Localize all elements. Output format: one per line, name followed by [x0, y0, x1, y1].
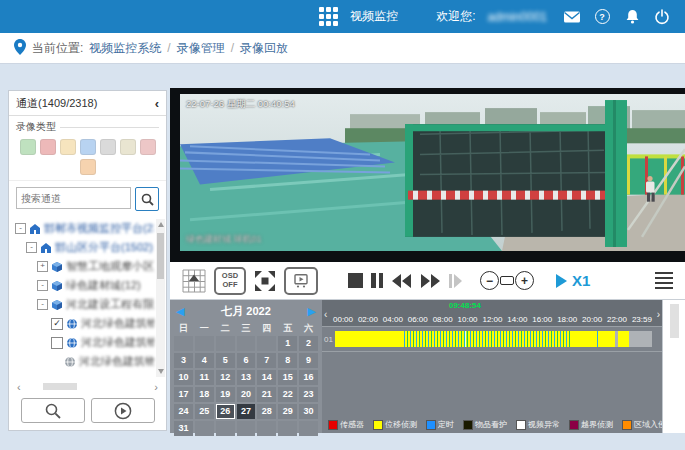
calendar-day-selected[interactable]: 26 [216, 404, 235, 419]
calendar-day[interactable]: 12 [216, 370, 235, 385]
osd-toggle-button[interactable]: OSD OFF [214, 267, 246, 295]
stop-button[interactable] [348, 273, 363, 288]
calendar-day[interactable]: 23 [299, 387, 318, 402]
calendar-day[interactable]: 9 [299, 353, 318, 368]
channel-checkbox-unchecked[interactable] [51, 337, 63, 349]
timeline-scrollbar-thumb[interactable] [670, 304, 679, 338]
fullscreen-icon[interactable] [254, 270, 276, 292]
timeline-recording-segment[interactable] [595, 331, 599, 347]
record-type-icon-2[interactable] [40, 139, 56, 155]
record-type-icon-6[interactable] [120, 139, 136, 155]
calendar-day[interactable]: 15 [278, 370, 297, 385]
tree-node[interactable]: - 绿色建材城(12) [15, 276, 154, 295]
calendar-day[interactable]: 5 [216, 353, 235, 368]
calendar-day[interactable]: 17 [174, 387, 193, 402]
tree-hscrollbar[interactable]: ‹ › [9, 379, 166, 394]
timeline-next-icon[interactable]: › [657, 309, 660, 320]
fast-forward-button[interactable] [420, 273, 441, 289]
tree-node[interactable]: - 河北建设工程有限公 [15, 295, 154, 314]
collapse-panel-icon[interactable]: ‹ [155, 96, 159, 111]
tree-node-channel[interactable]: ✓ 河北绿色建筑物流 [15, 314, 154, 333]
expander-icon[interactable]: - [26, 242, 37, 253]
expander-icon[interactable]: - [37, 280, 48, 291]
record-type-icon-3[interactable] [60, 139, 76, 155]
tree-scrollbar[interactable] [156, 219, 165, 377]
breadcrumb-item-playback[interactable]: 录像回放 [240, 40, 288, 57]
channel-checkbox-checked[interactable]: ✓ [51, 318, 63, 330]
calendar-day[interactable]: 28 [257, 404, 276, 419]
screen-layout-icon[interactable] [182, 269, 206, 293]
speed-minus-button[interactable]: − [480, 271, 499, 290]
calendar-day[interactable]: 24 [174, 404, 193, 419]
bell-icon[interactable] [623, 8, 641, 26]
record-type-icon-1[interactable] [20, 139, 36, 155]
apps-grid-icon[interactable] [319, 7, 338, 26]
breadcrumb-item-system[interactable]: 视频监控系统 [89, 40, 161, 57]
calendar-day[interactable]: 29 [278, 404, 297, 419]
prev-month-icon[interactable]: ◀ [174, 305, 186, 318]
play-speed-indicator[interactable]: X1 [556, 272, 590, 289]
frame-step-button[interactable] [449, 273, 462, 289]
scroll-thumb[interactable] [157, 233, 164, 279]
tree-node[interactable]: - 邯山区分平台(1502) [15, 238, 154, 257]
expander-icon[interactable]: + [37, 261, 48, 272]
calendar-day[interactable]: 13 [237, 370, 256, 385]
scroll-left-icon[interactable]: ‹ [17, 381, 21, 393]
calendar-day[interactable]: 14 [257, 370, 276, 385]
record-type-icon-8[interactable] [80, 159, 96, 175]
calendar-day[interactable]: 19 [216, 387, 235, 402]
record-type-icon-5[interactable] [100, 139, 116, 155]
record-type-icon-4[interactable] [80, 139, 96, 155]
timeline-playhead[interactable] [465, 331, 467, 347]
calendar-day[interactable]: 21 [257, 387, 276, 402]
scroll-up-icon[interactable] [158, 222, 164, 227]
calendar-day[interactable]: 16 [299, 370, 318, 385]
video-player[interactable]: 22-07-26 星期二 00:40:54 绿色建材城 球机01 [170, 88, 685, 262]
calendar-day[interactable]: 3 [174, 353, 193, 368]
calendar-day[interactable]: 4 [195, 353, 214, 368]
next-month-icon[interactable]: ▶ [306, 305, 318, 318]
query-button[interactable] [21, 398, 85, 423]
pause-button[interactable] [371, 273, 383, 288]
calendar-day[interactable]: 22 [278, 387, 297, 402]
calendar-day[interactable]: 10 [174, 370, 193, 385]
search-input[interactable] [16, 187, 131, 209]
speed-plus-button[interactable]: + [515, 271, 534, 290]
rewind-button[interactable] [391, 273, 412, 289]
record-type-icon-7[interactable] [140, 139, 156, 155]
expander-icon[interactable]: - [37, 299, 48, 310]
tree-node-channel[interactable]: 河北绿色建筑物流园区 [15, 352, 154, 371]
timeline-recording-segment[interactable] [402, 331, 570, 347]
timeline-track-row[interactable]: 01 [322, 327, 662, 352]
scroll-down-icon[interactable] [158, 369, 164, 374]
timeline-recording-segment[interactable] [570, 331, 595, 347]
calendar-day[interactable]: 1 [278, 336, 297, 351]
calendar-day[interactable]: 30 [299, 404, 318, 419]
scroll-right-icon[interactable]: › [154, 381, 158, 393]
calendar-day-today[interactable]: 27 [237, 404, 256, 419]
timeline-prev-icon[interactable]: ‹ [324, 309, 327, 320]
tree-node[interactable]: + 智慧工地观摩小区1 [15, 257, 154, 276]
hscroll-thumb[interactable] [43, 383, 77, 390]
calendar-day[interactable]: 7 [257, 353, 276, 368]
channel-list-icon[interactable] [655, 272, 673, 290]
tree-node-channel[interactable]: 河北绿色建筑物流 [15, 333, 154, 352]
search-button[interactable] [135, 187, 159, 211]
speed-slider[interactable] [500, 276, 514, 285]
calendar-day[interactable]: 2 [299, 336, 318, 351]
calendar-day[interactable]: 6 [237, 353, 256, 368]
calendar-day[interactable]: 11 [195, 370, 214, 385]
mail-icon[interactable] [563, 8, 581, 26]
expander-icon[interactable]: - [15, 223, 26, 234]
help-icon[interactable]: ? [593, 8, 611, 26]
power-icon[interactable] [653, 8, 671, 26]
pip-player-icon[interactable] [284, 267, 318, 295]
start-playback-button[interactable] [91, 398, 155, 423]
calendar-day[interactable]: 8 [278, 353, 297, 368]
calendar-day[interactable]: 31 [174, 421, 193, 436]
calendar-day[interactable]: 18 [195, 387, 214, 402]
timeline-recording-segment[interactable] [618, 331, 629, 347]
calendar-day[interactable]: 25 [195, 404, 214, 419]
timeline-recording-segment[interactable] [335, 331, 402, 347]
timeline-scrollbar-track[interactable] [662, 300, 685, 433]
